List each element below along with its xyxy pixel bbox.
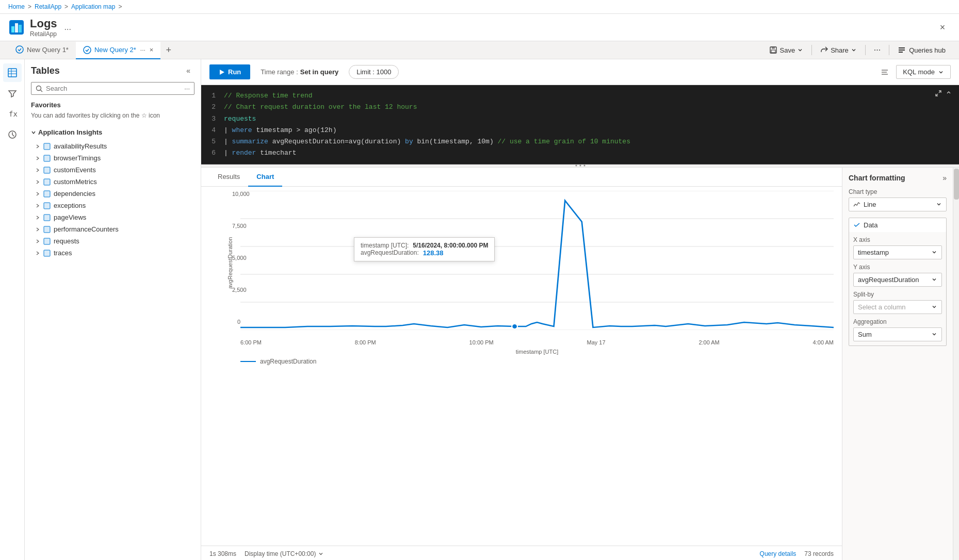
sidebar-collapse-button[interactable]: « [182,64,194,77]
code-line-4: 4 | where timestamp > ago(12h) [201,125,959,136]
result-tabs: Results Chart [201,168,842,187]
svg-rect-12 [8,69,17,77]
limit-button[interactable]: Limit : 1000 [349,65,399,79]
tab2-dots-icon[interactable]: ··· [140,46,145,54]
table-name: availabilityResults [54,142,107,150]
search-more-icon[interactable]: ··· [184,85,190,92]
display-time-label: Display time (UTC+00:00) [245,550,316,557]
share-label: Share [831,46,849,54]
chart-type-chevron-icon [936,201,942,207]
search-input[interactable] [46,85,181,92]
breadcrumb-retailapp[interactable]: RetailApp [35,3,61,10]
table-item-performanceCounters[interactable]: performanceCounters [31,223,194,235]
tab2-label: New Query 2* [94,46,136,54]
results-main: Results Chart avgRequestDuration [201,168,842,560]
table-item-exceptions[interactable]: exceptions [31,200,194,211]
more-actions-button[interactable]: ··· [869,43,886,57]
query-details-link[interactable]: Query details [760,550,797,557]
breadcrumb-home[interactable]: Home [8,3,25,10]
kql-mode-button[interactable]: KQL mode [896,65,951,79]
breadcrumb-appmap[interactable]: Application map [71,3,115,10]
save-label: Save [779,46,795,54]
y-axis-select[interactable]: avgRequestDuration [853,273,942,287]
tab-new-query-2[interactable]: New Query 2* ··· × [76,42,161,59]
tree-expand-icon [35,203,40,208]
sidebar-nav-tables[interactable] [3,63,22,82]
data-section-header[interactable]: Data [849,218,946,232]
app-menu-icon[interactable]: ... [64,23,71,32]
format-query-button[interactable] [879,66,891,78]
line-chart-icon [853,201,860,208]
sidebar-nav-history[interactable] [3,125,22,144]
table-item-customMetrics[interactable]: customMetrics [31,176,194,188]
table-name: customEvents [54,166,96,174]
save-button[interactable]: Save [764,43,808,57]
table-item-customEvents[interactable]: customEvents [31,164,194,176]
tooltip-value2: 128.38 [423,249,444,257]
table-icon [43,214,51,221]
y-axis-section: Y axis avgRequestDuration [853,263,942,287]
tree-expand-icon [35,144,40,149]
query-toolbar: Run Time range : Set in query Limit : 10… [201,59,959,85]
chart-legend: avgRequestDuration [209,356,834,367]
svg-rect-20 [44,143,50,150]
svg-line-19 [41,90,43,92]
sidebar-title: Tables [31,65,60,76]
sidebar-nav-filter[interactable] [3,84,22,103]
table-item-availabilityResults[interactable]: availabilityResults [31,140,194,152]
svg-rect-34 [44,226,50,233]
split-by-select[interactable]: Select a column [853,300,942,314]
aggregation-select[interactable]: Sum [853,327,942,341]
table-name: pageViews [54,213,86,221]
add-tab-button[interactable]: + [160,42,176,59]
sidebar-content: Tables « ··· Favorites You can add favor… [25,59,201,560]
svg-rect-22 [44,155,50,161]
svg-text:fx: fx [9,110,18,118]
table-name: traces [54,249,72,257]
table-icon [43,238,51,245]
share-button[interactable]: Share [815,43,862,57]
chart-type-select[interactable]: Line [849,197,947,211]
chart-svg [240,191,834,330]
display-time-button[interactable]: Display time (UTC+00:00) [245,550,324,557]
x-axis-label-text: X axis [853,236,942,243]
chart-tab[interactable]: Chart [248,168,282,187]
table-icon [43,155,51,162]
display-time-chevron-icon [318,551,324,557]
favorites-hint: You can add favorites by clicking on the… [31,111,194,120]
table-item-traces[interactable]: traces [31,247,194,259]
tab2-close-icon[interactable]: × [150,46,154,54]
close-window-button[interactable]: × [934,19,951,36]
vertical-scrollbar[interactable] [953,168,959,560]
table-item-browserTimings[interactable]: browserTimings [31,152,194,164]
app-insights-section[interactable]: Application Insights [31,126,194,138]
code-line-6: 6 | render timechart [201,147,959,159]
queries-hub-button[interactable]: Queries hub [892,43,951,57]
code-editor[interactable]: 1 // Response time trend 2 // Chart requ… [201,85,959,164]
table-item-requests[interactable]: requests [31,235,194,247]
app-subtitle: RetailApp [30,30,57,38]
data-section: Data X axis timestamp [849,218,947,346]
sidebar-nav-function[interactable]: fx [3,105,22,123]
format-icon [881,68,889,76]
expand-editor-icon[interactable] [934,89,942,97]
svg-rect-11 [899,52,903,53]
tree-expand-icon [35,227,40,232]
code-line-1: 1 // Response time trend [201,90,959,102]
table-item-dependencies[interactable]: dependencies [31,188,194,200]
svg-marker-40 [220,70,224,75]
table-item-pageViews[interactable]: pageViews [31,211,194,223]
run-label: Run [228,68,241,76]
query-tab-icon [15,45,24,54]
results-tab[interactable]: Results [209,168,248,187]
search-icon [36,85,43,92]
panel-collapse-button[interactable]: » [942,174,947,182]
tooltip-label1: timestamp [UTC]: [361,242,409,249]
x-axis-select[interactable]: timestamp [853,245,942,259]
collapse-editor-icon[interactable] [945,89,953,97]
run-button[interactable]: Run [209,64,250,79]
tab-new-query-1[interactable]: New Query 1* [8,41,76,59]
table-icon [43,167,51,174]
time-range-button[interactable]: Time range : Set in query [255,65,344,78]
app-insights-label: Application Insights [38,128,102,136]
